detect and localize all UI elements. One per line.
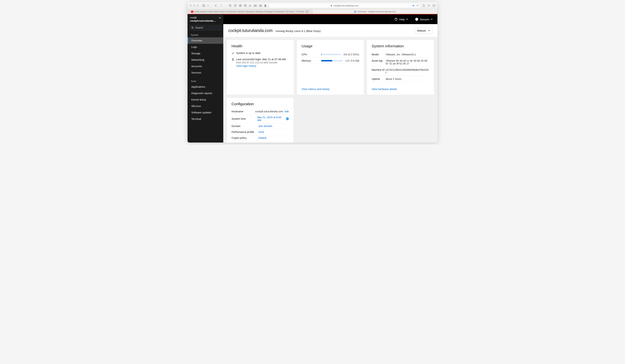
search-input[interactable]: Search [190,25,221,30]
browser-tab-1[interactable]: (529) Airplane Cabin White Noise Jet Sou… [188,9,312,14]
gear-icon [415,18,418,21]
session-menu[interactable]: Session [411,14,436,24]
sidebar-item-accounts[interactable]: Accounts [188,63,223,69]
pip-icon[interactable] [259,4,262,7]
sidebar-item-applications[interactable]: Applications [188,84,223,90]
perf-profile-link[interactable]: none [258,131,264,133]
app-root: root@ cockpit.tuturulianda.... Search Sy… [188,14,438,142]
help-icon [394,18,398,21]
login-line: Last successful login: Mar 21 at 07:48 A… [236,58,286,61]
page-header: cockpit.tuturulianda.com running Rocky L… [223,24,438,37]
sidebar-item-storage[interactable]: Storage [188,50,223,56]
usage-value: 1.8 / 3.5 GiB [345,59,359,62]
view-metrics-link[interactable]: View metrics and history [302,88,330,90]
sidebar-item-software-updates[interactable]: Software updates [188,109,223,116]
host-switcher[interactable]: root@ cockpit.tuturulianda.... [188,14,223,25]
svg-point-4 [244,4,246,7]
sidebar-item-overview[interactable]: Overview [188,37,223,44]
close-window-icon[interactable] [190,4,192,7]
sidebar-item-services[interactable]: Services [188,69,223,76]
info-row: Asset tag VMware-56 4d a5 cc 8c 50 bb 32… [372,58,429,67]
join-domain-link[interactable]: Join domain [258,125,272,128]
page-title: cockpit.tuturulianda.com [228,28,273,33]
svg-point-3 [240,5,241,6]
config-row-hostname: Hostname cockpit.tuturulianda.com edit [231,109,289,114]
eye-icon[interactable] [244,4,247,7]
cards-row: Health System is up to date [223,37,438,95]
view-hardware-link[interactable]: View hardware details [372,88,397,90]
rss-icon[interactable] [249,4,252,7]
minimize-window-icon[interactable] [193,4,195,7]
zoom-window-icon[interactable] [197,4,199,7]
svg-point-5 [245,5,246,6]
circle-icon[interactable] [239,4,242,7]
sidebar-item-terminal[interactable]: Terminal [188,116,223,122]
sidebar-item-diagnostic-reports[interactable]: Diagnostic reports [188,90,223,96]
memory-usage-bar [321,60,343,61]
help-menu[interactable]: Help [391,14,411,24]
config-label: Hostname [231,110,255,113]
config-label: System time [231,117,257,120]
cockpit-favicon-icon [354,10,356,13]
page-title-wrap: cockpit.tuturulianda.com running Rocky L… [228,28,320,33]
reboot-button[interactable]: Reboot [415,28,433,34]
shield-half-icon[interactable] [229,4,232,7]
address-bar[interactable]: cockpit.tuturulianda.com [269,3,420,8]
help-label: Help [399,18,405,21]
config-row-crypto: Crypto policy Default [231,135,289,141]
usage-label: CPU [302,53,321,56]
share-icon[interactable] [422,4,425,7]
ssh-fingerprints-link[interactable]: Show fingerprints [258,142,278,142]
host-user: root@ [190,16,221,19]
svg-point-2 [239,4,241,7]
cpu-usage-bar [321,54,341,55]
chevron-down-icon [428,30,430,31]
info-label: Machine ID [372,68,386,71]
login-from: from 202.87.221.113 on web console [236,61,286,64]
config-label: Performance profile [231,131,258,133]
sidebar-toggle-icon[interactable] [202,4,205,7]
info-row: Uptime about 2 hours [372,76,429,82]
back-icon[interactable] [214,4,218,7]
sidebar-item-networking[interactable]: Networking [188,56,223,63]
sysinfo-title: System information [372,44,429,48]
reload-icon[interactable] [416,4,419,7]
sysinfo-card: System information Model VMware, Inc. VM… [367,40,434,95]
session-label: Session [420,18,429,21]
app-body: Help Session cockpit.tuturulianda.com ru… [223,14,438,142]
search-icon [191,27,194,29]
config-label: Domain [231,125,258,128]
image-icon[interactable] [254,4,257,7]
system-time-link[interactable]: Mar 21, 2023 at 8:43 AM [257,116,284,122]
config-row-domain: Domain Join domain [231,123,289,129]
sidebar-item-logs[interactable]: Logs [188,44,223,50]
chevron-down-icon[interactable] [207,4,209,7]
tabs-icon[interactable] [432,4,435,7]
tab-audio-icon[interactable] [305,10,309,13]
browser-tab-strip: (529) Airplane Cabin White Noise Jet Sou… [188,9,438,14]
check-icon [231,52,234,55]
info-icon[interactable]: i [286,117,289,120]
svg-rect-9 [260,5,261,6]
info-label: Asset tag [372,59,386,62]
info-value: cb762128fe4245b988596dbd7fdc52bf [386,68,429,74]
browser-toolbar: cockpit.tuturulianda.com [188,2,438,9]
info-row: Model VMware, Inc. VMware20,1 [372,52,429,58]
view-login-history-link[interactable]: View login history [236,64,286,67]
search-placeholder: Search [195,26,203,29]
health-title: Health [231,44,289,48]
edit-hostname-link[interactable]: edit [285,110,289,113]
page-subtitle: running Rocky Linux 9.1 (Blue Onyx) [276,29,320,33]
forward-icon[interactable] [219,4,222,7]
new-tab-icon[interactable] [427,4,430,7]
crypto-policy-link[interactable]: Default [258,137,267,139]
privacy-shield-icon[interactable] [234,4,237,7]
browser-tab-2[interactable]: Overview - root@cockpit.tuturulianda.com [312,9,438,14]
extension-icon[interactable] [264,4,267,7]
sidebar-item-selinux[interactable]: SELinux [188,103,223,109]
sidebar-item-kernel-dump[interactable]: Kernel dump [188,96,223,103]
login-row: Last successful login: Mar 21 at 07:48 A… [231,58,289,67]
audio-icon[interactable] [412,4,415,7]
usage-title: Usage [302,44,359,48]
info-value: VMware-56 4d a5 cc 8c 50 bb 32-80 07 31 … [386,59,429,65]
